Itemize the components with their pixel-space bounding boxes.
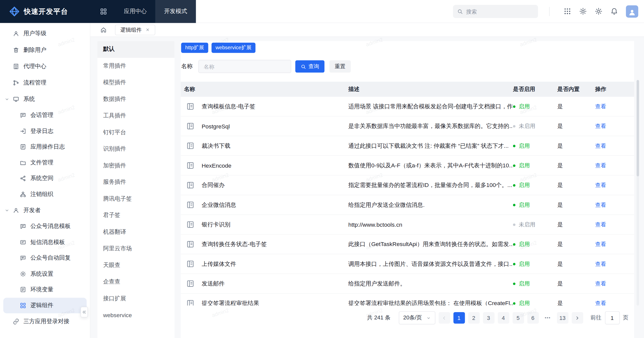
sidebar-group-developer[interactable]: 开发者: [0, 202, 90, 219]
sidebar-item-label: 系统设置: [30, 270, 53, 277]
main-content: http扩展 webservice扩展 名称 查询 重置 名称 描述 是否启用 …: [181, 41, 634, 338]
settings-gear-icon[interactable]: [579, 7, 587, 16]
scrollbar-thumb[interactable]: [637, 80, 639, 176]
sidebar-item-session-management[interactable]: 会话管理: [0, 108, 90, 123]
search-icon: [457, 9, 463, 14]
category-item[interactable]: 阿里云市场: [97, 240, 175, 257]
view-link[interactable]: 查看: [595, 123, 606, 129]
view-link[interactable]: 查看: [595, 241, 606, 247]
plugins-table: 名称 描述 是否启用 是否内置 操作 查询模板信息-电子签 适用场景 该接口常用…: [181, 82, 634, 306]
sidebar-item-user-level[interactable]: 用户等级: [0, 25, 90, 42]
sidebar-item-sms-template[interactable]: 短信消息模板: [0, 234, 90, 250]
goto-page-input[interactable]: [605, 311, 620, 324]
category-item[interactable]: webservice: [97, 307, 175, 323]
global-search-input[interactable]: [466, 8, 534, 14]
chat-icon: [20, 112, 26, 119]
sidebar-item-login-log[interactable]: 登录日志: [0, 123, 90, 139]
table-row: 合同催办 指定需要批量催办的签署流程ID，批量催办合同，最多100个。... 启…: [181, 175, 634, 195]
reset-button[interactable]: 重置: [329, 60, 351, 73]
query-button[interactable]: 查询: [295, 60, 324, 73]
view-link[interactable]: 查看: [595, 182, 606, 188]
page-button-5[interactable]: 5: [512, 312, 524, 324]
sidebar-item-agent-center[interactable]: 代理中心: [0, 58, 90, 75]
tag-webservice-extension[interactable]: webservice扩展: [211, 43, 255, 53]
page-size-select[interactable]: 20条/页: [399, 311, 435, 324]
category-item[interactable]: 企查查: [97, 274, 175, 290]
category-item[interactable]: 加密插件: [97, 157, 175, 174]
sidebar-item-logic-components[interactable]: 逻辑组件: [3, 298, 87, 313]
category-item[interactable]: 模型插件: [97, 74, 175, 91]
view-link[interactable]: 查看: [595, 142, 606, 149]
table-row: 裁决书下载 通过此接口可以下载裁决文书 注: 仲裁案件 “已结案” 状态下才..…: [181, 136, 634, 156]
nav-dev-mode[interactable]: 开发模式: [155, 0, 196, 23]
plugin-name: 合同催办: [202, 181, 224, 189]
sidebar-collapse-button[interactable]: [81, 307, 88, 317]
tag-http-extension[interactable]: http扩展: [181, 43, 208, 53]
sidebar-item-file-management[interactable]: 文件管理: [0, 155, 90, 171]
builtin-value: 是: [557, 221, 563, 227]
sidebar-item-label: 文件管理: [30, 159, 53, 166]
user-avatar[interactable]: [626, 5, 638, 18]
page-button-2[interactable]: 2: [468, 312, 480, 324]
category-item[interactable]: 常用插件: [97, 58, 175, 74]
view-link[interactable]: 查看: [595, 261, 606, 267]
page-button-1[interactable]: 1: [453, 312, 465, 324]
sidebar-item-delete-user[interactable]: 删除用户: [0, 42, 90, 58]
apps-grid-icon[interactable]: [563, 7, 572, 16]
category-item[interactable]: 识别插件: [97, 141, 175, 157]
status-text: 启用: [519, 280, 530, 287]
builtin-value: 是: [557, 280, 563, 286]
sidebar-item-deregister-org[interactable]: 注销组织: [0, 186, 90, 202]
view-link[interactable]: 查看: [595, 103, 606, 109]
tab-close-icon[interactable]: [145, 27, 150, 32]
page-button-6[interactable]: 6: [527, 312, 539, 324]
plugin-name: 查询转换任务状态-电子签: [202, 240, 267, 248]
category-item[interactable]: 机器翻译: [97, 224, 175, 240]
category-item-default[interactable]: 默认: [97, 41, 175, 58]
category-item[interactable]: 服务插件: [97, 174, 175, 190]
sidebar-item-system-settings[interactable]: 系统设置: [0, 266, 90, 282]
sidebar-group-label: 开发者: [23, 207, 41, 214]
user-level-icon: [13, 30, 19, 37]
view-link[interactable]: 查看: [595, 221, 606, 227]
view-link[interactable]: 查看: [595, 202, 606, 208]
category-item[interactable]: 君子签: [97, 207, 175, 224]
home-tab-button[interactable]: [99, 25, 108, 35]
page-size-value: 20条/页: [403, 314, 422, 321]
view-link[interactable]: 查看: [595, 300, 606, 306]
more-pages-button[interactable]: •••: [542, 312, 553, 324]
sidebar-item-operation-log[interactable]: 应用操作日志: [0, 139, 90, 155]
category-item[interactable]: 钉钉平台: [97, 124, 175, 141]
sidebar-item-process-management[interactable]: 流程管理: [0, 75, 90, 91]
sidebar-item-label: 公众号自动回复: [30, 254, 71, 262]
category-item[interactable]: 数据插件: [97, 91, 175, 107]
name-filter-input[interactable]: [198, 60, 291, 73]
view-link[interactable]: 查看: [595, 162, 606, 168]
system-config-gear-icon[interactable]: [595, 7, 603, 16]
builtin-value: 是: [557, 241, 563, 247]
page-button-4[interactable]: 4: [498, 312, 509, 324]
prev-page-button[interactable]: [438, 312, 450, 324]
sidebar-item-env-variables[interactable]: 环境变量: [0, 282, 90, 298]
notifications-bell-icon[interactable]: [610, 7, 619, 16]
status-dot: [513, 184, 515, 186]
category-item[interactable]: 接口扩展: [97, 290, 175, 307]
sidebar-item-system-space[interactable]: 系统空间: [0, 171, 90, 186]
nav-app-center[interactable]: 应用中心: [116, 0, 155, 23]
global-search[interactable]: [453, 5, 538, 18]
category-item[interactable]: 工具插件: [97, 108, 175, 124]
page-button-3[interactable]: 3: [483, 312, 494, 324]
sidebar-item-third-party-login[interactable]: 三方应用登录对接: [0, 313, 90, 330]
category-item[interactable]: 腾讯电子签: [97, 190, 175, 207]
sidebar-item-auto-reply[interactable]: 公众号自动回复: [0, 250, 90, 266]
view-link[interactable]: 查看: [595, 280, 606, 286]
workspace-switcher-icon[interactable]: [100, 8, 107, 15]
tab-logic-components[interactable]: 逻辑组件: [115, 24, 155, 35]
page-button-13[interactable]: 13: [557, 312, 568, 324]
logo-diamond-icon: [9, 6, 20, 17]
sidebar-group-system[interactable]: 系统: [0, 91, 90, 107]
category-item[interactable]: 天眼查: [97, 257, 175, 273]
sidebar-item-official-account-template[interactable]: 公众号消息模板: [0, 219, 90, 234]
plugin-name: HexEncode: [202, 162, 231, 169]
next-page-button[interactable]: [572, 312, 583, 324]
